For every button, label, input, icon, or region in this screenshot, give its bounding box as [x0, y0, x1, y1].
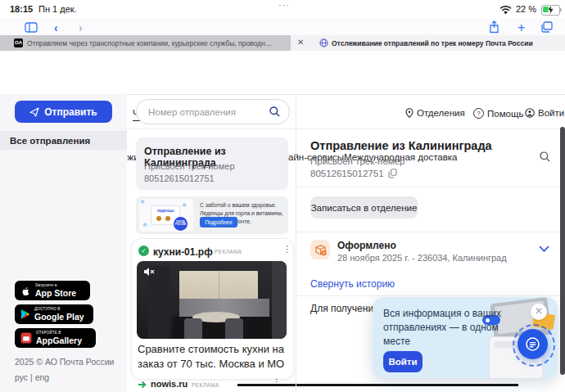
appgallery-icon	[20, 332, 32, 344]
sidebar-toggle-icon[interactable]	[25, 22, 38, 33]
googleplay-badge-caption: ДОСТУПНО В	[34, 308, 84, 312]
ad-domain[interactable]: nowis.ru	[151, 379, 188, 389]
nowis-arrow-icon	[138, 381, 147, 389]
ios-status-bar: 18:15 Пн 1 дек. ··· 22 %	[0, 0, 565, 18]
screen: 18:15 Пн 1 дек. ··· 22 % ‹ › pochta.ru	[0, 0, 565, 392]
snowflake-icon: ❄	[182, 202, 187, 209]
ad-domain[interactable]: кухни-01.рф	[153, 246, 213, 258]
tab-active[interactable]: ✕ Отслеживание отправлений по трек номер…	[291, 35, 565, 51]
wifi-icon	[499, 6, 512, 15]
new-tab-icon[interactable]: +	[518, 21, 525, 34]
status-details: 28 ноября 2025 г. - 236034, Калининград	[337, 253, 507, 263]
tab-title: Отправляем через транспортные компании, …	[27, 39, 273, 47]
track-search-field[interactable]	[136, 99, 290, 124]
battery-percent: 22 %	[516, 4, 536, 14]
copyright: 2025 © АО Почта России	[15, 357, 114, 367]
promo-details-button[interactable]: Подробнее	[200, 217, 237, 228]
snowflake-icon: ❄	[140, 199, 145, 205]
promo-image: ❄ ❄ ❄ ЛЕДЕНЦЫ ПОЧТА РОССИИ	[139, 199, 193, 232]
offices-label: Отделения	[417, 108, 465, 118]
search-icon[interactable]	[269, 106, 280, 117]
help-label: Помощь	[487, 109, 523, 119]
divider	[296, 232, 560, 232]
muted-speaker-icon[interactable]	[143, 267, 156, 277]
chat-bubble-icon	[526, 337, 540, 351]
tabs-overview-icon[interactable]	[540, 21, 553, 33]
chevron-down-icon[interactable]	[539, 246, 549, 253]
detail-subtitle: Присвоен трек-номер	[310, 156, 405, 166]
apple-icon	[20, 285, 31, 297]
tab-inactive[interactable]: OA Отправляем через транспортные компани…	[0, 35, 292, 51]
site-header: ПОЧТА РОССИИ Частным лицам Бизнесу Отдел…	[0, 51, 565, 74]
divider	[296, 295, 560, 296]
divider	[127, 128, 560, 129]
shipment-list-item[interactable]: Отправление из Калининграда Присвоен тре…	[136, 137, 288, 190]
all-shipments-label: Все отправления	[10, 136, 90, 146]
appointment-button-label: Записаться в отделение	[311, 203, 418, 213]
ad-video-kitchen[interactable]	[137, 261, 287, 339]
appointment-button[interactable]: Записаться в отделение	[310, 196, 418, 219]
google-play-icon	[20, 309, 30, 320]
popup-message: Вся информация о ваших отправлениях — в …	[383, 307, 506, 349]
language-switcher[interactable]: рус | eng	[15, 372, 49, 382]
tab-favicon: OA	[14, 38, 23, 47]
status-label: Оформлено	[337, 240, 396, 251]
send-button-label: Отправить	[44, 106, 97, 118]
tab-title: Отслеживание отправлений по трек номеру …	[332, 39, 557, 47]
status-package-icon	[310, 240, 330, 259]
collapse-history-link[interactable]: Свернуть историю	[310, 278, 395, 290]
close-tab-icon[interactable]: ✕	[297, 38, 304, 47]
scrollbar[interactable]	[560, 127, 565, 375]
popup-login-button[interactable]: Войти	[383, 351, 423, 372]
pack-label: ЛЕДЕНЦЫ	[151, 209, 179, 213]
promo-banner[interactable]: ❄ ❄ ❄ ЛЕДЕНЦЫ ПОЧТА РОССИИ С заботой о в…	[136, 196, 288, 234]
offices-link[interactable]: Отделения	[405, 108, 465, 118]
multitask-dots-icon[interactable]: ···	[278, 0, 290, 10]
ad-card-kitchen[interactable]: ✓ кухни-01.рф РЕКЛАМА ⋮ Сравните стоимос…	[131, 238, 294, 380]
ad-caption[interactable]: Сравните стоимость кухни на заказ от 70 …	[138, 342, 287, 371]
safari-tab-bar: OA Отправляем через транспортные компани…	[0, 35, 565, 52]
detail-title: Отправление из Калининграда	[310, 139, 492, 152]
user-icon	[525, 108, 535, 118]
copy-icon[interactable]	[388, 169, 397, 178]
detail-track-number: 80512615012751	[310, 169, 384, 178]
location-pin-icon	[405, 108, 414, 118]
clock: 18:15	[10, 4, 33, 14]
login-label: Войти	[538, 108, 564, 118]
date: Пн 1 дек.	[38, 4, 77, 14]
main-nav: Отправить Получить Платежи и переводы Ус…	[0, 74, 565, 95]
battery-icon	[541, 5, 560, 16]
track-search-input[interactable]	[147, 101, 264, 123]
appstore-badge-caption: Загрузите в	[35, 284, 76, 288]
column-divider	[296, 94, 296, 392]
help-link[interactable]: ? Помощь	[473, 108, 523, 119]
appstore-badge[interactable]: Загрузите в App Store	[15, 281, 90, 300]
appgallery-badge-caption: ОТКРОЙТЕ В	[36, 331, 82, 336]
ad-loading-bar	[237, 384, 518, 386]
chat-button[interactable]	[518, 329, 548, 359]
ad-tag: РЕКЛАМА	[215, 249, 242, 255]
pochta-roundel: ПОЧТА РОССИИ	[174, 217, 188, 231]
shipment-track-number: 80512615012751	[144, 173, 215, 183]
safari-toolbar: ‹ › pochta.ru +	[0, 18, 565, 35]
search-icon[interactable]	[540, 151, 550, 162]
login-link[interactable]: Войти	[525, 108, 564, 118]
paper-plane-icon	[29, 107, 39, 117]
appgallery-badge-name: AppGallery	[36, 336, 82, 345]
login-popup: Вся информация о ваших отправлениях — в …	[373, 297, 558, 378]
send-button[interactable]: Отправить	[15, 101, 112, 123]
verified-check-icon: ✓	[138, 246, 149, 256]
back-icon[interactable]: ‹	[54, 22, 58, 34]
detail-track-row: 80512615012751	[310, 169, 397, 178]
snowflake-icon: ❄	[142, 222, 147, 228]
googleplay-badge[interactable]: ДОСТУПНО В Google Play	[15, 304, 93, 324]
appstore-badge-name: App Store	[35, 289, 76, 298]
share-icon[interactable]	[489, 20, 499, 34]
ad-tag: РЕКЛАМА	[192, 382, 219, 388]
popup-close-icon[interactable]: ✕	[531, 304, 547, 320]
forward-icon[interactable]: ›	[79, 22, 83, 34]
appgallery-badge[interactable]: ОТКРОЙТЕ В AppGallery	[15, 328, 96, 348]
divider	[296, 187, 560, 187]
sidebar-item-all-shipments[interactable]: Все отправления	[0, 131, 127, 150]
ad-menu-icon[interactable]: ⋮	[282, 244, 292, 255]
